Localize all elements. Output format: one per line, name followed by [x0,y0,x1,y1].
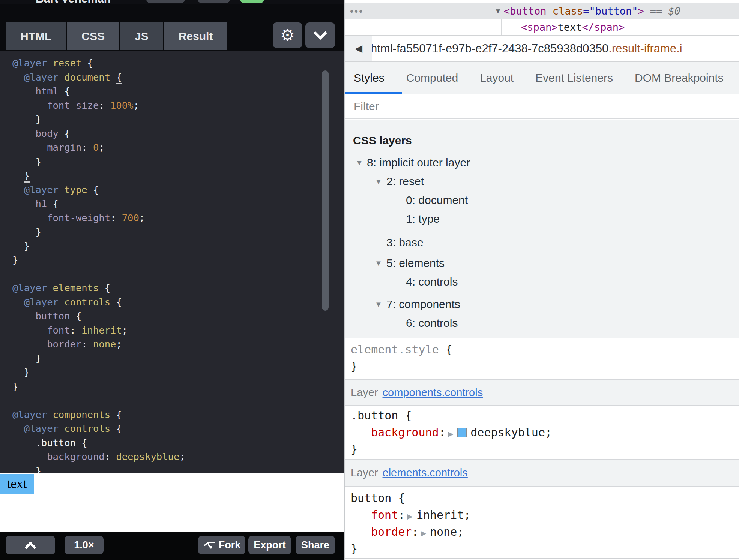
css-property[interactable]: background:▶deepskyblue; [345,424,739,441]
code-line[interactable]: } [12,239,344,253]
code-line[interactable]: .button { [12,436,344,450]
code-line[interactable]: margin: 0; [12,141,344,155]
elements-child-row[interactable]: <span>text</span> [345,19,739,35]
code-line[interactable]: @layer elements { [12,281,344,295]
devtools-tab-dom-breakpoints[interactable]: DOM Breakpoints [624,62,734,94]
editor-scrollbar[interactable] [322,70,329,311]
layer-link[interactable]: elements.controls [383,467,468,479]
css-layer-item[interactable]: 3: base [345,234,739,251]
css-layer-item[interactable]: 4: controls [345,274,739,290]
header-button[interactable] [146,0,185,3]
code-line[interactable]: @layer reset { [12,56,344,70]
selected-node[interactable]: ▼<button class="button">== $0 [494,3,680,19]
color-swatch[interactable] [457,428,467,437]
css-layer-item[interactable]: ▼5: elements [345,255,739,271]
code-line[interactable]: @layer components { [12,408,344,422]
code-line[interactable]: background: deepskyblue; [12,450,344,464]
code-line[interactable]: font-weight: 700; [12,211,344,225]
code-line[interactable] [12,394,344,408]
tree-expand-icon[interactable]: ▼ [356,154,363,171]
code-line[interactable]: } [12,155,344,169]
code-line[interactable]: @layer controls { [12,295,344,310]
code-line[interactable]: font: inherit; [12,323,344,338]
rule-selector[interactable]: .button [351,409,398,422]
code-line[interactable]: } [12,352,344,366]
elements-selected-row[interactable]: ••• ▼<button class="button">== $0 [345,3,739,19]
share-button[interactable]: Share [296,536,335,554]
layer-link[interactable]: components.controls [383,386,483,399]
tree-expand-icon[interactable]: ▼ [375,296,382,313]
editor-tab-css[interactable]: CSS [67,22,119,50]
css-layer-item[interactable]: 6: controls [345,315,739,331]
property-name[interactable]: background [371,426,439,439]
code-line[interactable]: } [12,365,344,380]
property-name[interactable]: border [371,525,412,538]
property-value[interactable]: inherit [416,508,464,521]
property-name[interactable]: font [371,508,398,521]
gear-icon: ⚙ [280,27,295,43]
rule-selector[interactable]: button [351,491,391,505]
code-line[interactable]: body { [12,127,344,141]
divider [345,558,739,559]
code-line[interactable] [12,267,344,281]
code-line[interactable]: } [12,380,344,394]
tree-expand-icon[interactable]: ▼ [375,255,382,271]
code-line[interactable]: } [12,225,344,239]
css-editor[interactable]: @layer reset { @layer document { html { … [0,51,344,473]
code-line[interactable]: h1 { [12,197,344,211]
code-line[interactable]: @layer document { [12,70,344,85]
code-line[interactable]: } [12,253,344,267]
back-button[interactable]: ◀ [345,36,372,61]
back-arrow-icon: ◀ [355,43,362,54]
devtools-tab-computed[interactable]: Computed [395,62,469,94]
css-property[interactable]: font:▶inherit; [345,506,739,523]
devtools-tab-event-listeners[interactable]: Event Listeners [524,62,624,94]
css-layer-item[interactable]: ▼7: components [345,296,739,313]
rule-selector[interactable]: element.style [351,343,439,356]
child-node[interactable]: <span>text</span> [521,19,625,35]
expand-triangle-icon[interactable]: ▶ [407,512,413,520]
more-actions-icon[interactable]: ••• [350,3,363,19]
zoom-level-button[interactable]: 1.0× [65,536,104,554]
css-layer-item[interactable]: 0: document [345,192,739,208]
code-line[interactable]: @layer type { [12,183,344,197]
code-line[interactable]: html { [12,84,344,99]
editor-settings-button[interactable]: ⚙ [273,22,302,48]
css-layer-item[interactable]: ▼2: reset [345,173,739,190]
editor-collapse-button[interactable] [305,22,335,48]
editor-tab-html[interactable]: HTML [6,22,66,50]
fork-button[interactable]: Fork [198,536,245,554]
editor-tab-result[interactable]: Result [164,22,227,50]
property-value[interactable]: none [430,525,457,538]
export-button[interactable]: Export [248,536,291,554]
console-toggle-button[interactable] [6,536,55,554]
style-rule: .button {background:▶deepskyblue;} [345,406,739,459]
code-line[interactable]: font-size: 100%; [12,99,344,113]
css-code[interactable]: @layer reset { @layer document { html { … [0,51,344,473]
styles-filter[interactable]: Filter [345,94,739,119]
expand-triangle-icon[interactable]: ▶ [448,430,454,438]
devtools-tab-styles[interactable]: Styles [345,62,395,94]
rendered-button[interactable]: text [0,474,34,494]
code-line[interactable]: border: none; [12,337,344,352]
css-property[interactable]: border:▶none; [345,523,739,540]
fork-icon [203,541,215,550]
code-line[interactable]: } [12,169,344,183]
devtools-tab-layout[interactable]: Layout [469,62,524,94]
styles-filter-input[interactable]: Filter [354,94,379,118]
screenshot-root: Bart Veneman HTMLCSSJSResult ⚙ @layer re… [0,0,739,560]
css-layer-item[interactable]: ▼8: implicit outer layer [345,154,739,171]
header-button[interactable] [198,0,230,3]
code-line[interactable]: } [12,112,344,127]
code-line[interactable]: button { [12,309,344,323]
tree-expand-icon[interactable]: ▼ [375,173,382,190]
property-value[interactable]: deepskyblue [470,426,545,439]
editor-tab-js[interactable]: JS [120,22,163,50]
css-layer-item[interactable]: 1: type [345,211,739,227]
expand-triangle-icon[interactable]: ▶ [421,529,426,537]
node-expand-icon[interactable]: ▼ [494,7,502,15]
frame-bar: html-fa55071f-e97b-e2f7-2438-7c85938d035… [345,36,739,61]
save-button[interactable] [240,0,264,3]
code-line[interactable]: } [12,464,344,474]
code-line[interactable]: @layer controls { [12,422,344,436]
